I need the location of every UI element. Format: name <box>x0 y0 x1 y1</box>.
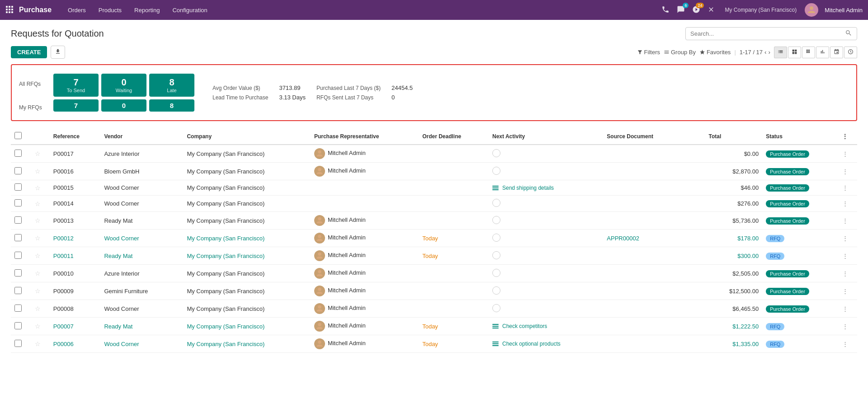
total-header[interactable]: Total <box>705 128 763 145</box>
row-star-cell[interactable]: ☆ <box>31 230 50 247</box>
row-menu[interactable]: ⋮ <box>839 300 857 318</box>
row-ref[interactable]: P00006 <box>50 335 101 353</box>
row-company[interactable]: My Company (San Francisco) <box>183 230 311 247</box>
row-checkbox[interactable] <box>14 234 22 241</box>
reference-header[interactable]: Reference <box>50 128 101 145</box>
activity-view-button[interactable] <box>844 47 857 58</box>
row-checkbox-cell[interactable] <box>11 230 31 247</box>
row-checkbox-cell[interactable] <box>11 145 31 163</box>
row-checkbox-cell[interactable] <box>11 163 31 180</box>
company-header[interactable]: Company <box>183 128 311 145</box>
row-checkbox[interactable] <box>14 305 22 312</box>
my-waiting-card[interactable]: 0 <box>101 99 146 112</box>
user-avatar[interactable] <box>805 3 818 17</box>
row-checkbox[interactable] <box>14 269 22 276</box>
row-vendor[interactable]: Ready Mat <box>100 318 183 335</box>
row-checkbox[interactable] <box>14 150 22 157</box>
row-star-cell[interactable]: ☆ <box>31 335 50 353</box>
menu-header[interactable]: ⋮ <box>839 128 857 145</box>
row-checkbox-cell[interactable] <box>11 335 31 353</box>
row-checkbox[interactable] <box>14 287 22 294</box>
my-to-send-card[interactable]: 7 <box>53 99 99 112</box>
row-star-cell[interactable]: ☆ <box>31 300 50 318</box>
rep-header[interactable]: Purchase Representative <box>311 128 419 145</box>
star-icon[interactable]: ☆ <box>35 217 41 224</box>
phone-icon[interactable] <box>660 4 671 17</box>
row-checkbox[interactable] <box>14 322 22 329</box>
row-vendor[interactable]: Wood Corner <box>100 335 183 353</box>
favorites-button[interactable]: Favorites <box>699 49 731 56</box>
nav-orders[interactable]: Orders <box>62 0 91 20</box>
row-checkbox[interactable] <box>14 199 22 206</box>
row-ref[interactable]: P00011 <box>50 247 101 265</box>
row-menu[interactable]: ⋮ <box>839 145 857 163</box>
row-checkbox[interactable] <box>14 340 22 347</box>
row-star-cell[interactable]: ☆ <box>31 163 50 180</box>
group-by-button[interactable]: Group By <box>664 49 696 56</box>
row-checkbox-cell[interactable] <box>11 318 31 335</box>
row-star-cell[interactable]: ☆ <box>31 318 50 335</box>
row-checkbox-cell[interactable] <box>11 212 31 230</box>
activity-header[interactable]: Next Activity <box>489 128 603 145</box>
create-button[interactable]: CREATE <box>11 46 47 58</box>
row-star-cell[interactable]: ☆ <box>31 265 50 282</box>
row-star-cell[interactable]: ☆ <box>31 212 50 230</box>
row-checkbox-cell[interactable] <box>11 300 31 318</box>
filters-button[interactable]: Filters <box>637 49 660 56</box>
search-bar[interactable] <box>685 27 857 40</box>
row-menu[interactable]: ⋮ <box>839 180 857 196</box>
star-icon[interactable]: ☆ <box>35 340 41 347</box>
row-checkbox[interactable] <box>14 252 22 259</box>
row-company[interactable]: My Company (San Francisco) <box>183 247 311 265</box>
search-icon[interactable] <box>845 29 852 38</box>
row-star-cell[interactable]: ☆ <box>31 247 50 265</box>
row-menu[interactable]: ⋮ <box>839 265 857 282</box>
row-star-cell[interactable]: ☆ <box>31 282 50 300</box>
activity-icon[interactable]: 24 <box>690 4 702 17</box>
row-star-cell[interactable]: ☆ <box>31 196 50 212</box>
chart-view-button[interactable] <box>816 47 829 58</box>
source-header[interactable]: Source Document <box>603 128 705 145</box>
row-menu[interactable]: ⋮ <box>839 335 857 353</box>
select-all-checkbox[interactable] <box>14 132 22 139</box>
row-ref[interactable]: P00007 <box>50 318 101 335</box>
row-star-cell[interactable]: ☆ <box>31 180 50 196</box>
calendar-view-button[interactable] <box>830 47 843 58</box>
row-checkbox-cell[interactable] <box>11 196 31 212</box>
row-vendor[interactable]: Ready Mat <box>100 247 183 265</box>
star-icon[interactable]: ☆ <box>35 252 41 259</box>
row-checkbox[interactable] <box>14 167 22 174</box>
row-menu[interactable]: ⋮ <box>839 282 857 300</box>
waiting-card[interactable]: 0 Waiting <box>101 74 146 97</box>
deadline-header[interactable]: Order Deadline <box>419 128 489 145</box>
prev-page-button[interactable]: ‹ <box>764 49 766 56</box>
search-input[interactable] <box>690 30 845 37</box>
source-link[interactable]: APPR00002 <box>607 235 639 242</box>
row-menu[interactable]: ⋮ <box>839 163 857 180</box>
grid-icon[interactable] <box>5 5 14 15</box>
row-checkbox[interactable] <box>14 183 22 191</box>
nav-products[interactable]: Products <box>93 0 127 20</box>
star-icon[interactable]: ☆ <box>35 150 41 157</box>
row-menu[interactable]: ⋮ <box>839 196 857 212</box>
star-icon[interactable]: ☆ <box>35 184 41 192</box>
row-checkbox-cell[interactable] <box>11 247 31 265</box>
star-icon[interactable]: ☆ <box>35 305 41 312</box>
star-icon[interactable]: ☆ <box>35 323 41 330</box>
my-late-card[interactable]: 8 <box>149 99 194 112</box>
late-card[interactable]: 8 Late <box>149 74 194 97</box>
kanban-view-button[interactable] <box>788 47 801 58</box>
to-send-card[interactable]: 7 To Send <box>53 74 99 97</box>
nav-reporting[interactable]: Reporting <box>129 0 165 20</box>
row-company[interactable]: My Company (San Francisco) <box>183 335 311 353</box>
status-header[interactable]: Status <box>762 128 839 145</box>
select-all-header[interactable] <box>11 128 31 145</box>
row-checkbox-cell[interactable] <box>11 282 31 300</box>
star-icon[interactable]: ☆ <box>35 287 41 295</box>
grid-view-button[interactable] <box>802 47 815 58</box>
row-menu[interactable]: ⋮ <box>839 212 857 230</box>
row-menu[interactable]: ⋮ <box>839 230 857 247</box>
row-menu[interactable]: ⋮ <box>839 247 857 265</box>
nav-configuration[interactable]: Configuration <box>167 0 212 20</box>
star-icon[interactable]: ☆ <box>35 234 41 242</box>
